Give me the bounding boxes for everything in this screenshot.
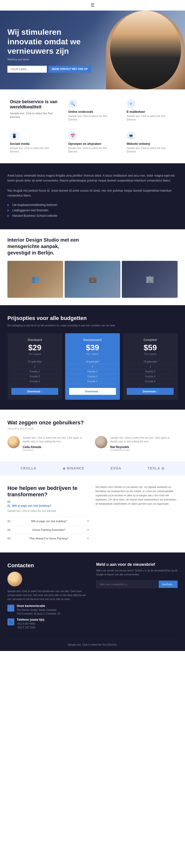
faq-left: Hoe helpen we bedrijven te transformeren… [7, 485, 89, 542]
dark-para2: Nec feugiat nisl pretium fusce id. Justo… [7, 188, 178, 198]
pricing-feature-0-0: 15 gebruiker [11, 360, 58, 364]
pricing-grid: Standaard $29 Per maand 15 gebruiker 1 F… [7, 333, 178, 400]
faq-chevron-1: ▼ [86, 528, 89, 531]
faq-item-title-0: Wifi al page oon link bullding? [31, 520, 67, 523]
faq-item-title-1: House Painting Essentials? [32, 528, 65, 531]
pricing-feature-1-4: Functie 4 [69, 379, 116, 384]
footer-newsletter-title: Meld u aan voor de nieuwsbrief [96, 562, 178, 567]
pricing-card-featured: Geavanceerd $39 Per maand 15 gebruiker 1… [65, 333, 120, 400]
faq-right: We helpen onze cliënten en uw klanten zi… [96, 485, 178, 542]
testimonials-caption: Afbeelding door Freepik [7, 427, 178, 430]
hero-cta-button[interactable]: NEEM CONTACT MET ONS OP [48, 66, 91, 73]
footer-office-title: Onze kantoorlocatie [17, 604, 61, 608]
faq-section: Hoe helpen we bedrijven te transformeren… [0, 475, 185, 553]
pricing-feature-2-4: Functie 4 [127, 379, 174, 384]
dark-list: Uw loopbaanontwikkeling beheren Leidingg… [7, 203, 178, 217]
faq-sample-text: Sample text. Click to select the Text El… [7, 509, 89, 513]
studio-section: Interior Design Studio met een mensgeric… [0, 229, 185, 305]
pricing-feature-1-3: Functie 3 [69, 374, 116, 379]
footer-newsletter-text: Wilt u als eerste ons nieuws leren? Schr… [96, 569, 178, 577]
header: ☰ [0, 0, 185, 10]
pricing-features-0: 15 gebruiker 1 Functie 2 Functie 3 Funct… [11, 360, 58, 384]
footer-avatar-text: Sample text. Click to select the transfo… [7, 589, 89, 601]
footer-newsletter-col: Meld u aan voor de nieuwsbrief Wilt u al… [96, 562, 178, 632]
service-title-4: Website ontwerp [127, 142, 175, 146]
dark-list-item-1[interactable]: Leidinggeven met financiën [7, 209, 178, 212]
pricing-section: Prijsopties voor alle budgetten De uitda… [0, 305, 185, 410]
pricing-btn-1[interactable]: Download ↓ [69, 388, 116, 395]
dark-section: Amet luctus venenatis lectus magna fring… [0, 163, 185, 229]
footer-phone-icon: 📞 [7, 619, 14, 625]
testimonial-text-0: Sample text. Click to select the text bo… [23, 436, 90, 443]
pricing-period-2: Per maand [127, 353, 174, 355]
pricing-price-2: $59 [127, 343, 174, 352]
footer-office-line0: The Interior Design Studio Company [17, 608, 61, 612]
service-text-2: Sample text. Click to select the Text El… [10, 147, 58, 153]
pricing-feature-0-4: Functie 4 [11, 379, 58, 384]
service-icon-1: 📧 [127, 99, 135, 108]
testimonial-role-0: Secretaris [23, 449, 90, 452]
hero-email-input[interactable] [7, 66, 47, 73]
footer-contact-title: Contacten [7, 562, 89, 569]
faq-title: Hoe helpen we bedrijven te transformeren… [7, 485, 89, 498]
pricing-feature-2-2: Functie 2 [127, 369, 174, 374]
dark-list-item-2[interactable]: Harvard Business School-collectie [7, 214, 178, 217]
studio-images: 👥 💼 🏢 [7, 261, 178, 298]
services-section: Onze belservice is van wereldkwaliteit S… [0, 89, 185, 163]
faq-item-0[interactable]: 01. Wifi al page oon link bullding? ▼ [7, 517, 89, 525]
footer-office: 📍 Onze kantoorlocatie The Interior Desig… [7, 604, 89, 616]
faq-item-num-1: 02. [7, 528, 11, 531]
service-main-card: Onze belservice is van wereldkwaliteit S… [7, 97, 61, 124]
hamburger-icon[interactable]: ☰ [90, 2, 95, 8]
services-grid: Onze belservice is van wereldkwaliteit S… [7, 97, 178, 156]
pricing-feature-2-3: Functie 3 [127, 374, 174, 379]
pricing-price-0: $29 [11, 343, 58, 352]
pricing-feature-0-1: 1 [11, 364, 58, 369]
pricing-period-0: Per maand [11, 353, 58, 355]
service-icon-2: 📱 [10, 131, 19, 140]
service-icon-4: 💻 [127, 131, 135, 140]
footer-office-line1: The Courtyard, Al Quos 1, Colorado, 25. [17, 612, 61, 616]
testimonial-body-0: Sample text. Click to select the text bo… [23, 436, 90, 452]
service-card-1: 📧 E-mailbeheer Sample text. Click to sel… [124, 97, 178, 124]
pricing-btn-2[interactable]: Download ↓ [127, 388, 174, 395]
studio-image-3: 🏢 [122, 261, 178, 298]
service-icon-0: 🔍 [68, 99, 77, 108]
service-main-title: Onze belservice is van wereldkwaliteit [10, 99, 58, 110]
faq-item-title-2: Plan Ahead For Home Painting? [30, 537, 68, 540]
service-card-0: 🔍 Online onderzoek Sample text. Click to… [66, 97, 120, 124]
footer-newsletter-button[interactable]: Inschrijv... [159, 581, 178, 588]
service-text-3: Sample text. Click to select the Text El… [68, 147, 117, 153]
pricing-feature-1-2: Functie 2 [69, 369, 116, 374]
brands-section: CROLLA ◈ BINANCE EVGA TESLA ◎ [0, 461, 185, 475]
faq-item-2[interactable]: 03. Plan Ahead For Home Painting? ▼ [7, 534, 89, 542]
studio-image-2: 💼 [64, 261, 121, 298]
studio-img-overlay-1: 👥 [7, 261, 63, 298]
footer-phone-info: Telefoon (vaste lijn) +912 5 567 8901 +9… [17, 618, 45, 629]
pricing-plan-1: Geavanceerd [69, 338, 116, 342]
pricing-btn-0[interactable]: Download ↓ [11, 388, 58, 395]
dark-list-item-0[interactable]: Uw loopbaanontwikkeling beheren [7, 203, 178, 207]
pricing-features-1: 15 gebruiker 1 Functie 2 Functie 3 Funct… [69, 360, 116, 384]
studio-title: Interior Design Studio met een mensgeric… [7, 237, 81, 256]
service-text-0: Sample text. Click to select the Text El… [68, 115, 117, 121]
pricing-subtitle: De uitdaging is dat hij of zij het probl… [7, 323, 178, 328]
faq-intro-text: We helpen onze cliënten en uw klanten zi… [96, 485, 178, 506]
footer-contact-col: Contacten Sample text. Click to select t… [7, 562, 89, 632]
testimonials-section: Wat zeggen onze gebruikers? Afbeelding d… [0, 410, 185, 461]
footer-phone-title: Telefoon (vaste lijn) [17, 618, 45, 621]
hero-form: NEEM CONTACT MET ONS OP [7, 66, 96, 73]
footer-phone-line0: +912 5 567 8901 [17, 622, 45, 626]
service-card-4: 💻 Website ontwerp Sample text. Click to … [124, 129, 178, 156]
faq-item-num-2: 03. [7, 537, 11, 540]
faq-item-1[interactable]: 02. House Painting Essentials? ▼ [7, 525, 89, 534]
service-card-2: 📱 Sociale media Sample text. Click to se… [7, 129, 61, 156]
footer-newsletter-input[interactable] [96, 581, 157, 588]
service-card-3: 📅 Oproepen en afspraken Sample text. Cli… [66, 129, 120, 156]
service-icon-3: 📅 [68, 131, 77, 140]
faq-grid: Hoe helpen we bedrijven te transformeren… [7, 485, 178, 542]
footer-avatar [7, 572, 22, 586]
testimonial-role-1: Hoofdboekhouder [110, 449, 178, 452]
pricing-feature-0-3: Functie 3 [11, 374, 58, 379]
hero-content: Wij stimuleren innovatie omdat we vernie… [0, 18, 104, 82]
